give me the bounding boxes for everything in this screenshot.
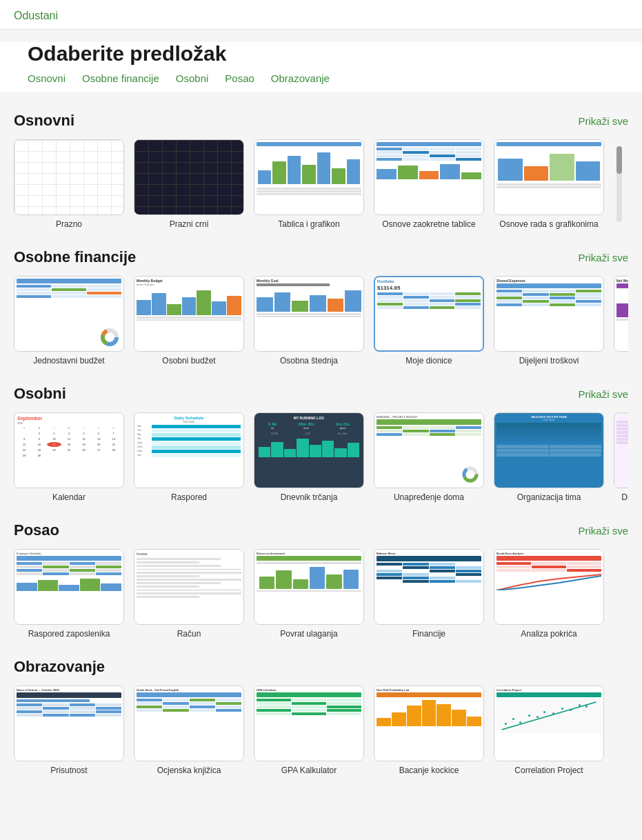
- template-label-kalendar: Kalendar: [52, 492, 86, 502]
- template-korelacija[interactable]: Correlation Project: [494, 686, 604, 775]
- template-label-raspored-zaposlenika: Raspored zaposlenika: [28, 629, 110, 639]
- templates-row-posao: Employee Schedule: [14, 549, 628, 639]
- section-title-osobne-financije: Osobne financije: [14, 248, 136, 266]
- template-label-jednostavni-budzet: Jednostavni budžet: [33, 356, 104, 366]
- template-thumb-dijeljeni-troskovi: Shared Expenses: [494, 276, 604, 352]
- template-label-ocjenaska-knjizica: Ocjenska knjižica: [157, 766, 221, 775]
- template-thumb-unapredjenje-doma: REMODEL - PROJECT BUDGET: [374, 412, 484, 488]
- template-label-grafikon-osnove: Osnove rada s grafikonima: [499, 219, 598, 229]
- template-kalendar[interactable]: September 2024 SMTWTFS 234567 8910111213…: [14, 412, 124, 502]
- template-thumb-prazno: [14, 139, 124, 215]
- template-raspored-zaposlenika[interactable]: Employee Schedule: [14, 549, 124, 639]
- template-thumb-zaokretna-tablica: [374, 139, 484, 215]
- template-dnevnik-trcanja[interactable]: MY RUNNING LOG 3.1Bmi 28m 40stime 9m 21s…: [254, 412, 364, 502]
- template-thumb-racun: Invoice: [134, 549, 244, 625]
- template-label-prisutnost: Prisutnost: [50, 766, 87, 775]
- template-organizacija-tima[interactable]: WILDCATS SOCCER TEAM Team Roster Organiz…: [494, 412, 604, 502]
- template-tablica-grafikon[interactable]: Tablica i grafikon: [254, 139, 364, 229]
- template-thumb-kalendar: September 2024 SMTWTFS 234567 8910111213…: [14, 412, 124, 488]
- template-prisutnost[interactable]: Name of School — October 2024 Prisutnost: [14, 686, 124, 775]
- template-jednostavni-budzet[interactable]: Jednostavni budžet: [14, 276, 124, 366]
- cancel-button[interactable]: Odustani: [14, 10, 58, 22]
- template-prazno[interactable]: Prazno: [14, 139, 124, 229]
- nav-item-osobni[interactable]: Osobni: [176, 72, 209, 84]
- template-label-financije: Financije: [412, 629, 445, 639]
- template-unapredjenje-doma[interactable]: REMODEL - PROJECT BUDGET Unapređenje: [374, 412, 484, 502]
- section-title-osnovni: Osnovni: [14, 112, 74, 130]
- template-thumb-osobna-stednja: Monthly Goal: [254, 276, 364, 352]
- template-label-dnevnik-trcanja: Dnevnik trčanja: [281, 492, 338, 502]
- template-label-osobni-budzet: Osobni budžet: [162, 356, 215, 366]
- template-label-raspored: Raspored: [171, 492, 207, 502]
- templates-row-osobni: September 2024 SMTWTFS 234567 8910111213…: [14, 412, 628, 502]
- template-zaokretna-tablica[interactable]: Osnove zaokretne tablice: [374, 139, 484, 229]
- template-neto-vrijednost[interactable]: Net Worth Overview: [614, 276, 628, 366]
- template-thumb-prisutnost: Name of School — October 2024: [14, 686, 124, 761]
- template-label-racun: Račun: [177, 629, 201, 639]
- template-thumb-analiza-pokrica: Break-Even Analysis: [494, 549, 604, 625]
- show-all-posao[interactable]: Prikaži sve: [578, 525, 628, 537]
- template-label-prazni-crni: Prazni crni: [170, 219, 209, 229]
- template-povrat-ulaganja[interactable]: Return on Investment: [254, 549, 364, 639]
- template-thumb-organizacija-tima: WILDCATS SOCCER TEAM Team Roster: [494, 412, 604, 488]
- template-thumb-grafikon-osnove: [494, 139, 604, 215]
- template-thumb-tablica-grafikon: [254, 139, 364, 215]
- template-thumb-dnevnik-djeteta: Baby's First Year: [614, 412, 628, 488]
- template-racun[interactable]: Invoice Račun: [134, 549, 244, 639]
- template-thumb-bacanje-kockice: Dice Roll Probability Lab: [374, 686, 484, 761]
- template-moje-dionice[interactable]: Portfolio $1314.85 Moje dionice: [374, 276, 484, 366]
- template-gpa-kalkulator[interactable]: GPA Calculator GPA Kalkulator: [254, 686, 364, 775]
- template-label-analiza-pokrica: Analiza pokrića: [521, 629, 576, 639]
- show-all-osobni[interactable]: Prikaži sve: [578, 388, 628, 400]
- template-ocjenaska-knjizica[interactable]: Grade Book - 3rd Period English Ocjenska…: [134, 686, 244, 775]
- nav-item-osobne-financije[interactable]: Osobne financije: [82, 72, 159, 84]
- template-financije[interactable]: Balance Sheet Financije: [374, 549, 484, 639]
- template-thumb-raspored: Daily Schedule Fall 2024 6am 7am 8am 9am…: [134, 412, 244, 488]
- page-title: Odaberite predložak: [28, 42, 614, 66]
- show-all-osobne-financije[interactable]: Prikaži sve: [578, 252, 628, 263]
- template-osobni-budzet[interactable]: Monthly Budget Income / Expenses: [134, 276, 244, 366]
- template-thumb-gpa-kalkulator: GPA Calculator: [254, 686, 364, 761]
- template-label-tablica-grafikon: Tablica i grafikon: [278, 219, 339, 229]
- template-label-organizacija-tima: Organizacija tima: [517, 492, 581, 502]
- template-label-osobna-stednja: Osobna štednja: [280, 356, 338, 366]
- template-label-povrat-ulaganja: Povrat ulaganja: [280, 629, 337, 639]
- templates-row-obrazovanje: Name of School — October 2024 Prisutnost: [14, 686, 628, 775]
- category-nav: Osnovni Osobne financije Osobni Posao Ob…: [14, 72, 628, 92]
- template-bacanje-kockice[interactable]: Dice Roll Probability Lab Ba: [374, 686, 484, 775]
- svg-line-7: [502, 702, 596, 730]
- template-thumb-povrat-ulaganja: Return on Investment: [254, 549, 364, 625]
- template-label-prazno: Prazno: [56, 219, 82, 229]
- template-thumb-neto-vrijednost: Net Worth Overview: [614, 276, 628, 352]
- template-prazni-crni[interactable]: Prazni crni: [134, 139, 244, 229]
- section-posao: Posao Prikaži sve Employee Schedule: [14, 521, 628, 639]
- template-thumb-prazni-crni: [134, 139, 244, 215]
- template-analiza-pokrica[interactable]: Break-Even Analysis Analiza po: [494, 549, 604, 639]
- templates-row-osobne-financije: Jednostavni budžet Monthly Budget Income…: [14, 276, 628, 366]
- section-obrazovanje: Obrazovanje Name of School — October 202…: [14, 658, 628, 775]
- nav-item-osnovni[interactable]: Osnovni: [28, 72, 66, 84]
- template-osobna-stednja[interactable]: Monthly Goal: [254, 276, 364, 366]
- section-osobne-financije: Osobne financije Prikaži sve: [14, 248, 628, 366]
- template-thumb-jednostavni-budzet: [14, 276, 124, 352]
- template-thumb-korelacija: Correlation Project: [494, 686, 604, 761]
- template-thumb-dnevnik-trcanja: MY RUNNING LOG 3.1Bmi 28m 40stime 9m 21s…: [254, 412, 364, 488]
- template-dnevnik-djeteta[interactable]: Baby's First Year Dnevnik djetetova razv…: [614, 412, 628, 502]
- template-label-moje-dionice: Moje dionice: [405, 356, 452, 366]
- nav-item-posao[interactable]: Posao: [225, 72, 254, 84]
- template-dijeljeni-troskovi[interactable]: Shared Expenses Dijeljeni troškovi: [494, 276, 604, 366]
- template-label-bacanje-kockice: Bacanje kockice: [399, 766, 459, 775]
- show-all-osnovni[interactable]: Prikaži sve: [578, 115, 628, 127]
- section-title-posao: Posao: [14, 521, 59, 539]
- nav-item-obrazovanje[interactable]: Obrazovanje: [271, 72, 330, 84]
- template-thumb-osobni-budzet: Monthly Budget Income / Expenses: [134, 276, 244, 352]
- section-osobni: Osobni Prikaži sve September 2024 SMTWTF…: [14, 385, 628, 502]
- template-grafikon-osnove[interactable]: Osnove rada s grafikonima: [494, 139, 604, 229]
- section-title-osobni: Osobni: [14, 385, 66, 403]
- template-raspored[interactable]: Daily Schedule Fall 2024 6am 7am 8am 9am…: [134, 412, 244, 502]
- templates-row-osnovni: Prazno Prazni crni: [14, 139, 628, 229]
- scroll-indicator-osnovni: [616, 146, 622, 222]
- template-thumb-financije: Balance Sheet: [374, 549, 484, 625]
- section-osnovni: Osnovni Prikaži sve Prazno Prazni crni: [14, 112, 628, 229]
- template-label-gpa-kalkulator: GPA Kalkulator: [281, 766, 337, 775]
